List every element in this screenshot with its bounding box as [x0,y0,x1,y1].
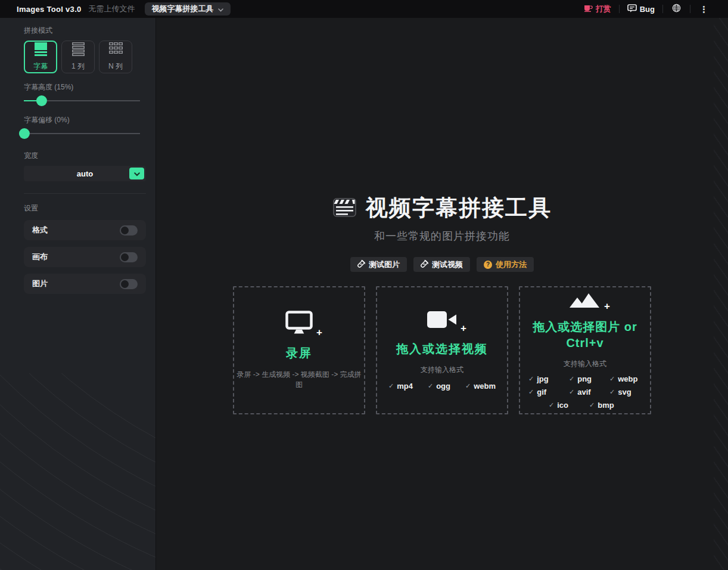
slider-track[interactable] [24,133,140,134]
subtitle-offset-slider[interactable] [24,128,140,139]
speech-bubble-icon [627,4,637,14]
mode-label: 1 列 [71,61,85,72]
bug-label: Bug [640,5,655,14]
subtitle-height-label: 字幕高度 (15%) [24,82,146,92]
n-columns-icon [108,42,123,58]
dropzone-title: 拖入或选择视频 [396,341,488,357]
mode-label: N 列 [108,61,123,72]
usage-label: 使用方法 [496,259,527,270]
plus-icon: + [604,301,610,311]
format-item: ✓mp4 [388,382,413,391]
main-area: 视频字幕拼接工具 和一些常规的图片拼接功能 测试图片 测试视频 ? [156,18,728,570]
sidebar-divider [24,193,146,194]
slider-thumb[interactable] [19,128,30,139]
bug-report-button[interactable]: Bug [620,4,662,14]
formats-label: 支持输入格式 [564,359,606,369]
image-toggle[interactable] [120,279,138,289]
formats-label: 支持输入格式 [421,365,463,375]
tool-selector-label: 视频字幕拼接工具 [152,4,214,14]
width-section-label: 宽度 [24,151,146,161]
page-subtitle: 和一些常规的图片拼接功能 [374,229,510,243]
check-icon: ✓ [569,375,574,383]
format-item: ✓webm [465,382,496,391]
chevron-down-icon [134,168,140,179]
check-icon: ✓ [609,388,615,396]
image-mountains-plus-icon: + [570,291,601,310]
dropzone-title: 拖入或选择图片 or Ctrl+v [525,319,645,351]
test-image-button[interactable]: 测试图片 [350,257,407,272]
test-video-label: 测试视频 [432,259,463,270]
format-item: ✓jpg [528,374,561,383]
format-item: ✓bmp [589,401,621,410]
action-buttons: 测试图片 测试视频 ? 使用方法 [350,257,534,272]
dropzone-title: 录屏 [286,345,312,361]
mode-label: 字幕 [33,61,48,72]
test-video-button[interactable]: 测试视频 [413,257,470,272]
format-item: ✓ico [549,401,581,410]
dropzone-description: 录屏 -> 生成视频 -> 视频截图 -> 完成拼图 [234,370,364,390]
toggle-row-image[interactable]: 图片 [24,274,146,294]
check-icon: ✓ [569,388,574,396]
subtitle-height-slider[interactable] [24,95,140,106]
check-icon: ✓ [609,375,615,383]
width-dropdown-button[interactable] [129,168,144,179]
mode-section-label: 拼接模式 [24,26,146,36]
image-formats: ✓jpg ✓png ✓webp ✓gif ✓avif ✓svg ✓ico ✓bm… [528,374,642,410]
monitor-plus-icon: + [285,311,313,336]
canvas-toggle[interactable] [120,252,138,262]
test-image-label: 测试图片 [369,259,400,270]
chevron-down-icon [218,5,223,14]
subtitle-mode-icon [33,42,48,58]
format-toggle[interactable] [120,225,138,236]
mode-button-n-columns[interactable]: N 列 [99,41,132,73]
one-column-icon [71,42,86,58]
topbar-right: 打赏 Bug ⋮ [576,4,717,15]
more-menu-button[interactable]: ⋮ [690,5,717,14]
toggle-knob [121,253,129,261]
check-icon: ✓ [528,388,534,396]
check-icon: ✓ [549,401,554,409]
toggle-label: 格式 [32,225,48,236]
subtitle-offset-label: 字幕偏移 (0%) [24,115,146,125]
donate-button[interactable]: 打赏 [576,4,619,14]
format-item: ✓ogg [428,382,450,391]
format-item: ✓svg [609,388,642,396]
toggle-label: 画布 [32,252,48,262]
mode-button-subtitle[interactable]: 字幕 [24,41,57,73]
format-item: ✓webp [609,374,642,383]
decorative-arcs [0,373,156,570]
settings-section-label: 设置 [24,203,146,213]
screen-record-dropzone[interactable]: + 录屏 录屏 -> 生成视频 -> 视频截图 -> 完成拼图 [233,286,365,414]
page-title: 视频字幕拼接工具 [366,193,552,223]
coffee-cup-icon [584,4,593,14]
kebab-menu-icon: ⋮ [699,5,708,14]
app-tagline: 无需上传文件 [89,4,135,14]
toggle-knob [121,227,129,234]
check-icon: ✓ [528,375,534,383]
language-globe-button[interactable] [663,4,690,15]
sidebar: 拼接模式 字幕 1 列 [0,18,156,570]
video-formats: ✓mp4 ✓ogg ✓webm [388,382,496,391]
toggle-row-canvas[interactable]: 画布 [24,247,146,267]
test-tube-icon [357,260,365,269]
format-item: ✓avif [569,388,601,396]
plus-icon: + [461,323,466,333]
question-circle-icon: ? [484,261,492,269]
width-dropdown[interactable]: auto [24,166,146,181]
mode-buttons: 字幕 1 列 [24,41,146,73]
app-title: Images Tool v3.0 [17,5,82,14]
check-icon: ✓ [428,382,433,390]
format-item: ✓gif [528,388,561,396]
donate-label: 打赏 [596,4,611,14]
slider-thumb[interactable] [36,95,47,106]
video-dropzone[interactable]: + 拖入或选择视频 支持输入格式 ✓mp4 ✓ogg ✓webm [376,286,508,414]
tool-selector-dropdown[interactable]: 视频字幕拼接工具 [145,2,231,16]
toggle-label: 图片 [32,278,48,289]
toggle-row-format[interactable]: 格式 [24,220,146,240]
check-icon: ✓ [465,382,471,390]
dropzones: + 录屏 录屏 -> 生成视频 -> 视频截图 -> 完成拼图 + 拖入或选择视… [233,286,651,414]
mode-button-one-column[interactable]: 1 列 [61,41,95,73]
image-dropzone[interactable]: + 拖入或选择图片 or Ctrl+v 支持输入格式 ✓jpg ✓png ✓we… [519,286,651,414]
usage-guide-button[interactable]: ? 使用方法 [477,257,534,272]
format-item: ✓png [569,374,601,383]
